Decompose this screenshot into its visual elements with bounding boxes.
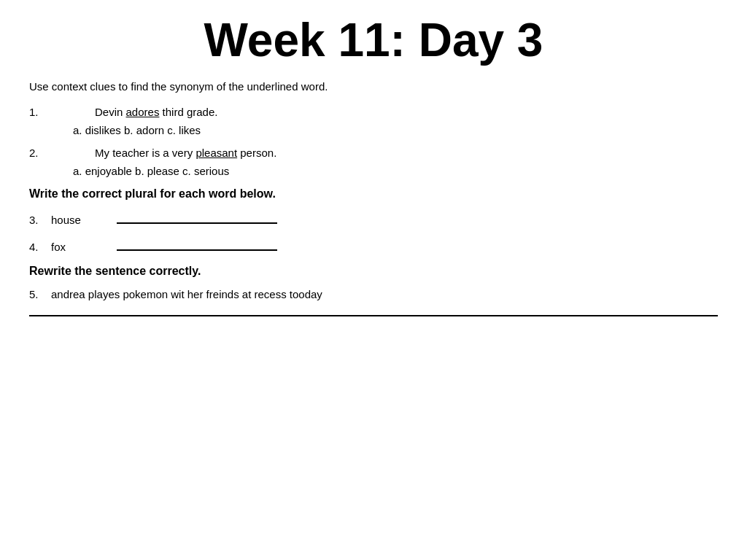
answer-bottom-line [29,315,718,316]
plural-4-answer-line [117,238,277,251]
q2-text-after: person. [237,147,276,159]
q1-text-before: Devin [95,106,126,118]
plural-4-word: fox [51,241,109,253]
question-1-text: Devin adores third grade. [95,106,217,118]
page-title: Week 11: Day 3 [29,15,718,66]
question-2-block: 2. My teacher is a very pleasant person.… [29,147,718,177]
question-2-number: 2. [29,147,51,159]
rewrite-section: Rewrite the sentence correctly. 5. andre… [29,265,718,316]
q1-text-after: third grade. [159,106,217,118]
sentence-5-text: andrea playes pokemon wit her freinds at… [51,288,322,300]
plural-3-answer-line [117,211,277,224]
question-2-text: My teacher is a very pleasant person. [95,147,276,159]
plural-row-4: 4. fox [29,238,718,253]
question-1-block: 1. Devin adores third grade. a. dislikes… [29,106,718,136]
plural-3-number: 3. [29,214,51,226]
rewrite-instruction: Rewrite the sentence correctly. [29,265,718,278]
plural-4-number: 4. [29,241,51,253]
sentence-5-number: 5. [29,288,51,300]
question-1-number: 1. [29,106,51,118]
q1-underlined: adores [126,106,160,118]
question-1-line: 1. Devin adores third grade. [29,106,718,118]
question-2-choices: a. enjoyable b. please c. serious [73,165,718,177]
sentence-row-5: 5. andrea playes pokemon wit her freinds… [29,288,718,300]
plural-row-3: 3. house [29,211,718,226]
question-1-choices: a. dislikes b. adorn c. likes [73,124,718,136]
plural-instruction: Write the correct plural for each word b… [29,187,718,201]
context-clues-instruction: Use context clues to find the synonym of… [29,80,718,93]
question-2-line: 2. My teacher is a very pleasant person. [29,147,718,159]
q2-underlined: pleasant [196,147,237,159]
q2-text-before: My teacher is a very [95,147,196,159]
plural-3-word: house [51,214,109,226]
